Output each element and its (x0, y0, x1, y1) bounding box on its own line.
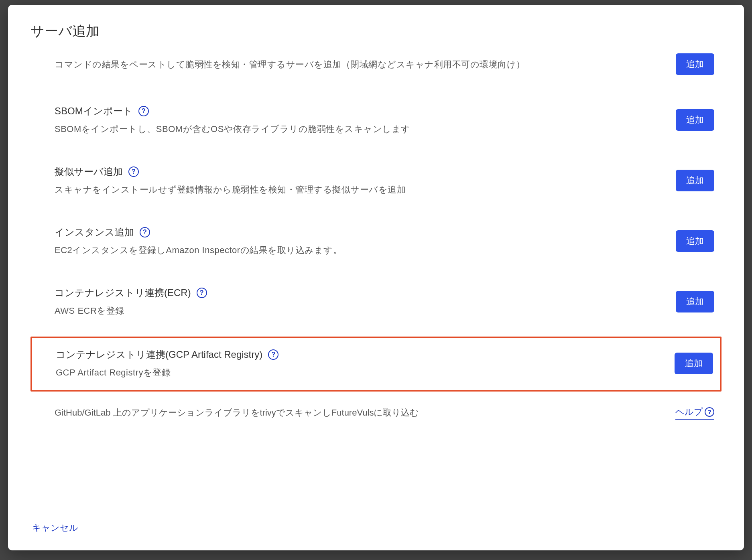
section-desc: AWS ECRを登録 (55, 304, 666, 317)
help-icon[interactable]: ? (138, 106, 149, 116)
section-title: SBOMインポート ? (55, 104, 666, 118)
section-container-ecr: コンテナレジストリ連携(ECR) ? AWS ECRを登録 追加 (30, 276, 722, 329)
add-button-pseudo-server[interactable]: 追加 (676, 170, 714, 191)
section-desc: コマンドの結果をペーストして脆弱性を検知・管理するサーバを追加（閉域網などスキャ… (55, 58, 666, 71)
modal-footer: キャンセル (32, 521, 78, 534)
section-body: 擬似サーバ追加 ? スキャナをインストールせず登録情報から脆弱性を検知・管理する… (55, 164, 666, 196)
section-container-gcp: コンテナレジストリ連携(GCP Artifact Registry) ? GCP… (30, 337, 722, 392)
section-sbom-import: SBOMインポート ? SBOMをインポートし、SBOMが含むOSや依存ライブラ… (30, 94, 722, 147)
footer-note: GitHub/GitLab 上のアプリケーションライブラリをtrivyでスキャン… (55, 406, 419, 419)
help-icon: ? (705, 407, 714, 417)
section-instance-add: インスタンス追加 ? EC2インスタンスを登録しAmazon Inspector… (30, 215, 722, 268)
section-title-text: コンテナレジストリ連携(ECR) (55, 286, 191, 300)
section-paste-result: コマンドの結果をペーストして脆弱性を検知・管理するサーバを追加（閉域網などスキャ… (30, 53, 722, 86)
section-title-text: インスタンス追加 (55, 225, 134, 239)
section-desc: EC2インスタンスを登録しAmazon Inspectorの結果を取り込みます。 (55, 243, 666, 257)
help-icon[interactable]: ? (128, 166, 139, 177)
section-desc: SBOMをインポートし、SBOMが含むOSや依存ライブラリの脆弱性をスキャンしま… (55, 122, 666, 136)
section-body: インスタンス追加 ? EC2インスタンスを登録しAmazon Inspector… (55, 225, 666, 257)
add-button-sbom-import[interactable]: 追加 (676, 109, 714, 131)
cancel-button[interactable]: キャンセル (32, 523, 78, 533)
section-pseudo-server: 擬似サーバ追加 ? スキャナをインストールせず登録情報から脆弱性を検知・管理する… (30, 155, 722, 207)
modal-backdrop: サーバ追加 コマンドの結果をペーストして脆弱性を検知・管理するサーバを追加（閉域… (0, 5, 752, 560)
add-button-container-gcp[interactable]: 追加 (675, 353, 713, 374)
section-title: インスタンス追加 ? (55, 225, 666, 239)
footer-row: GitHub/GitLab 上のアプリケーションライブラリをtrivyでスキャン… (30, 402, 722, 420)
section-desc: GCP Artifact Registryを登録 (56, 366, 665, 379)
section-body: コンテナレジストリ連携(ECR) ? AWS ECRを登録 (55, 286, 666, 317)
section-body: コンテナレジストリ連携(GCP Artifact Registry) ? GCP… (56, 347, 665, 379)
help-link-text: ヘルプ (675, 405, 703, 418)
section-body: コマンドの結果をペーストして脆弱性を検知・管理するサーバを追加（閉域網などスキャ… (55, 58, 666, 71)
section-title: コンテナレジストリ連携(GCP Artifact Registry) ? (56, 347, 665, 362)
modal-title: サーバ追加 (30, 21, 722, 41)
help-icon[interactable]: ? (140, 227, 150, 237)
section-title: 擬似サーバ追加 ? (55, 164, 666, 179)
add-button-instance-add[interactable]: 追加 (676, 230, 714, 252)
add-server-modal: サーバ追加 コマンドの結果をペーストして脆弱性を検知・管理するサーバを追加（閉域… (8, 5, 744, 550)
section-title-text: SBOMインポート (55, 104, 133, 118)
help-icon[interactable]: ? (268, 349, 278, 360)
help-link[interactable]: ヘルプ ? (675, 405, 714, 420)
section-body: SBOMインポート ? SBOMをインポートし、SBOMが含むOSや依存ライブラ… (55, 104, 666, 136)
section-desc: スキャナをインストールせず登録情報から脆弱性を検知・管理する擬似サーバを追加 (55, 183, 666, 196)
help-icon[interactable]: ? (197, 288, 207, 298)
add-button-paste-result[interactable]: 追加 (676, 53, 714, 75)
section-title: コンテナレジストリ連携(ECR) ? (55, 286, 666, 300)
add-button-container-ecr[interactable]: 追加 (676, 291, 714, 312)
section-title-text: コンテナレジストリ連携(GCP Artifact Registry) (56, 347, 262, 362)
section-title-text: 擬似サーバ追加 (55, 164, 123, 179)
